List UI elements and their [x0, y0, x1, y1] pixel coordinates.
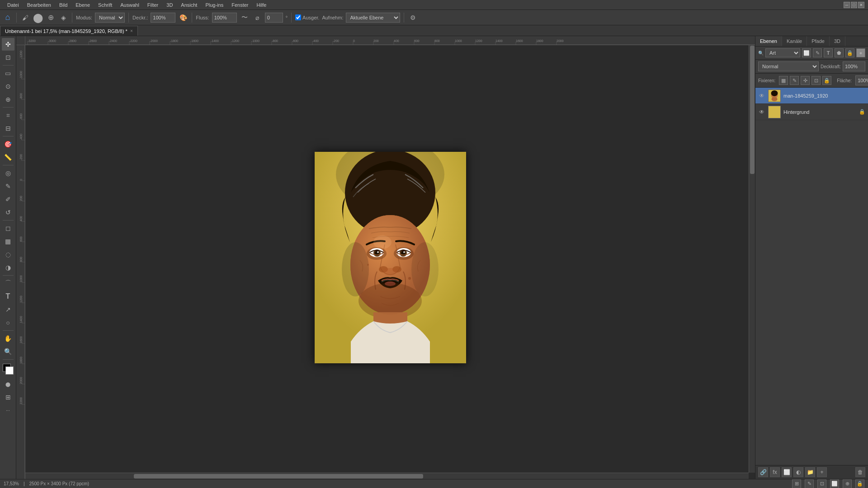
brush-preset-icon[interactable]: 🖌	[20, 13, 30, 23]
panel-search-toolbar: 🔍 Art ⬜ ✎ T ⬟ 🔒 ●	[755, 47, 868, 60]
smoothing-icon[interactable]: 〜	[240, 13, 250, 23]
lock-all-btn[interactable]: 🔒	[822, 76, 831, 85]
angle-icon[interactable]: ⌀	[252, 13, 262, 23]
add-style-btn[interactable]: fx	[770, 467, 780, 477]
document-tab[interactable]: Unbenannt-1 bei 17,5% (man-1845259_1920,…	[0, 26, 138, 36]
tab-kanale[interactable]: Kanäle	[782, 36, 807, 46]
layer-visibility-man[interactable]: 👁	[758, 92, 765, 99]
pixel-filter-btn[interactable]: ⬜	[802, 48, 811, 57]
eraser-tool[interactable]: ◻	[2, 222, 14, 235]
blend-mode-select[interactable]: Normal Multiplizieren Bildschirm Überlag…	[758, 61, 819, 71]
minimize-button[interactable]: ─	[844, 2, 850, 8]
menu-bild[interactable]: Bild	[56, 1, 71, 9]
airbrush-icon[interactable]: 🎨	[178, 13, 188, 23]
adjustment-filter-btn[interactable]: ✎	[813, 48, 822, 57]
fill-input[interactable]	[855, 75, 868, 85]
layer-item-hintergrund[interactable]: 👁 Hintergrund 🔒	[755, 104, 868, 120]
crop-tool[interactable]: ⌗	[2, 109, 14, 122]
menu-ebene[interactable]: Ebene	[72, 1, 94, 9]
tab-ebenen[interactable]: Ebenen	[755, 36, 782, 46]
aufnehm-select[interactable]: Aktuelle Ebene	[346, 13, 400, 23]
add-group-btn[interactable]: 📁	[805, 467, 815, 477]
menu-3d[interactable]: 3D	[163, 1, 176, 9]
shape-filter-btn[interactable]: ⬟	[835, 48, 844, 57]
history-brush-tool[interactable]: ↺	[2, 206, 14, 219]
status-icon-6[interactable]: 🔒	[855, 479, 864, 488]
new-layer-btn[interactable]: +	[817, 467, 827, 477]
dodge-tool[interactable]: ◑	[2, 261, 14, 274]
ausger-checkbox[interactable]	[295, 14, 301, 20]
hand-tool[interactable]: ✋	[2, 332, 14, 345]
layer-visibility-hintergrund[interactable]: 👁	[758, 108, 765, 116]
move-tool[interactable]: ✣	[2, 38, 14, 51]
eyedropper-tool[interactable]: 🎯	[2, 138, 14, 150]
lock-image-btn[interactable]: ✎	[790, 76, 799, 85]
modus-select[interactable]: Normal	[95, 13, 125, 23]
status-icon-1[interactable]: ⊞	[792, 479, 801, 488]
layer-item-man[interactable]: 👁 man-1845259_1920	[755, 88, 868, 104]
brush-size-icon[interactable]: ⬤	[33, 13, 43, 23]
vertical-scroll-thumb[interactable]	[750, 46, 755, 174]
horizontal-scrollbar[interactable]	[25, 473, 749, 479]
status-icon-3[interactable]: ⊡	[817, 479, 826, 488]
ps-home-icon[interactable]: ⌂	[3, 13, 13, 23]
quick-selection-tool[interactable]: ⊕	[2, 93, 14, 106]
settings-icon[interactable]: ⚙	[408, 13, 418, 23]
artboard-tool[interactable]: ⊡	[2, 51, 14, 64]
tab-3d[interactable]: 3D	[830, 36, 845, 46]
ruler-tool[interactable]: 📏	[2, 151, 14, 164]
lock-position-btn[interactable]: ✣	[801, 76, 810, 85]
link-layers-btn[interactable]: 🔗	[758, 467, 768, 477]
quick-mask-tool[interactable]: ⬤	[2, 378, 14, 390]
status-icon-5[interactable]: ⊕	[843, 479, 852, 488]
lock-artboard-btn[interactable]: ⊡	[811, 76, 821, 85]
spot-healing-tool[interactable]: ◎	[2, 167, 14, 179]
pen-tool[interactable]: ⌒	[2, 277, 14, 290]
status-icon-2[interactable]: ✎	[805, 479, 814, 488]
lasso-tool[interactable]: ⊙	[2, 80, 14, 93]
brush-color-icon[interactable]: ◈	[58, 13, 68, 23]
toggle-filter-btn[interactable]: ●	[856, 48, 865, 57]
maximize-button[interactable]: □	[851, 2, 857, 8]
tab-pfade[interactable]: Pfade	[807, 36, 830, 46]
opacity-input[interactable]	[843, 61, 865, 71]
horizontal-scroll-thumb[interactable]	[134, 474, 423, 479]
menu-filter[interactable]: Filter	[144, 1, 162, 9]
tab-close-button[interactable]: ×	[130, 28, 133, 33]
rectangular-marquee-tool[interactable]: ▭	[2, 67, 14, 80]
fluss-input[interactable]	[212, 13, 237, 23]
menu-hilfe[interactable]: Hilfe	[253, 1, 270, 9]
menu-datei[interactable]: Datei	[4, 1, 23, 9]
menu-plugins[interactable]: Plug-ins	[202, 1, 227, 9]
background-color[interactable]	[5, 366, 14, 375]
add-adjustment-btn[interactable]: ◐	[793, 467, 803, 477]
brush-mode-icon[interactable]: ⊕	[46, 13, 56, 23]
vertical-scrollbar[interactable]	[749, 45, 755, 473]
menu-fenster[interactable]: Fenster	[228, 1, 252, 9]
zoom-tool[interactable]: 🔍	[2, 345, 14, 358]
lock-transparent-btn[interactable]: ▦	[779, 76, 788, 85]
layer-type-select[interactable]: Art	[765, 48, 800, 57]
type-tool[interactable]: T	[2, 290, 14, 303]
angle-input[interactable]	[265, 13, 283, 23]
close-button[interactable]: ✕	[858, 2, 864, 8]
menu-auswahl[interactable]: Auswahl	[117, 1, 143, 9]
blur-tool[interactable]: ◌	[2, 248, 14, 261]
deckraft-input[interactable]	[151, 13, 175, 23]
type-filter-btn[interactable]: T	[824, 48, 833, 57]
clone-stamp-tool[interactable]: ✐	[2, 193, 14, 206]
menu-schrift[interactable]: Schrift	[94, 1, 116, 9]
path-selection-tool[interactable]: ↗	[2, 303, 14, 316]
shape-tool[interactable]: ○	[2, 316, 14, 329]
screen-mode-tool[interactable]: ⊞	[2, 391, 14, 404]
brush-tool[interactable]: ✎	[2, 180, 14, 192]
frame-tool[interactable]: ⊟	[2, 122, 14, 135]
menu-ansicht[interactable]: Ansicht	[177, 1, 201, 9]
menu-bearbeiten[interactable]: Bearbeiten	[24, 1, 55, 9]
delete-layer-btn[interactable]: 🗑	[855, 467, 865, 477]
more-tools[interactable]: ···	[2, 404, 14, 417]
status-icon-4[interactable]: ⬜	[830, 479, 839, 488]
gradient-tool[interactable]: ▦	[2, 235, 14, 248]
add-mask-btn[interactable]: ⬜	[782, 467, 792, 477]
smart-filter-btn[interactable]: 🔒	[845, 48, 854, 57]
